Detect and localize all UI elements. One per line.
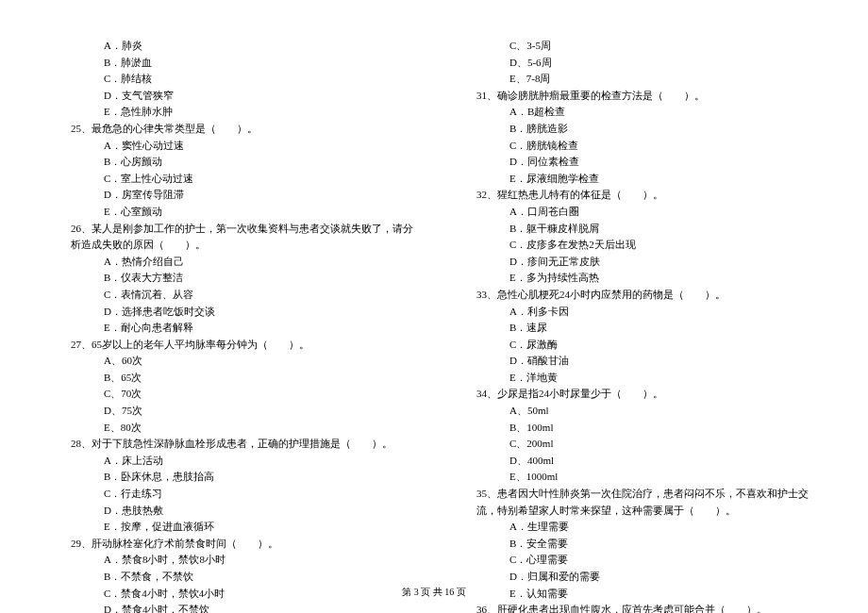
option: C、3-5周 (453, 38, 821, 55)
option: A．窦性心动过速 (47, 138, 415, 155)
option: A．生理需要 (453, 519, 821, 536)
option: B．速尿 (453, 320, 821, 337)
option: E．耐心向患者解释 (47, 320, 415, 337)
question-26: 26、某人是刚参加工作的护士，第一次收集资料与患者交谈就失败了，请分析造成失败的… (47, 221, 415, 254)
question-28: 28、对于下肢急性深静脉血栓形成患者，正确的护理措施是（ ）。 (47, 436, 415, 453)
option: D、400ml (453, 453, 821, 470)
option: C．室上性心动过速 (47, 171, 415, 188)
right-column: C、3-5周 D、5-6周 E、7-8周 31、确诊膀胱肿瘤最重要的检查方法是（… (453, 38, 821, 613)
option: C．尿激酶 (453, 337, 821, 354)
option: B．膀胱造影 (453, 121, 821, 138)
option: D、5-6周 (453, 55, 821, 72)
option: A、60次 (47, 353, 415, 370)
option: B．仪表大方整洁 (47, 270, 415, 287)
option: E、7-8周 (453, 71, 821, 88)
option: C．皮疹多在发热2天后出现 (453, 237, 821, 254)
option: C．膀胱镜检查 (453, 138, 821, 155)
option: B．躯干糠皮样脱屑 (453, 221, 821, 238)
option: C、70次 (47, 386, 415, 403)
option: E．急性肺水肿 (47, 104, 415, 121)
option: E．洋地黄 (453, 370, 821, 387)
option: D．归属和爱的需要 (453, 569, 821, 586)
option: B．卧床休息，患肢抬高 (47, 469, 415, 486)
question-32: 32、猩红热患儿特有的体征是（ ）。 (453, 187, 821, 204)
option: D．同位素检查 (453, 154, 821, 171)
option: D．禁食4小时，不禁饮 (47, 602, 415, 613)
option: C．肺结核 (47, 71, 415, 88)
option: B．不禁食，不禁饮 (47, 569, 415, 586)
question-27: 27、65岁以上的老年人平均脉率每分钟为（ ）。 (47, 337, 415, 354)
option: D．硝酸甘油 (453, 353, 821, 370)
question-34: 34、少尿是指24小时尿量少于（ ）。 (453, 386, 821, 403)
option: D．选择患者吃饭时交谈 (47, 304, 415, 321)
option: A．口周苍白圈 (453, 204, 821, 221)
page-footer: 第 3 页 共 16 页 (0, 586, 868, 599)
option: B．安全需要 (453, 536, 821, 553)
option: E、80次 (47, 420, 415, 437)
page-content: A．肺炎 B．肺淤血 C．肺结核 D．支气管狭窄 E．急性肺水肿 25、最危急的… (0, 0, 868, 613)
option: C．行走练习 (47, 486, 415, 503)
option: A．利多卡因 (453, 304, 821, 321)
question-33: 33、急性心肌梗死24小时内应禁用的药物是（ ）。 (453, 287, 821, 304)
option: C．心理需要 (453, 552, 821, 569)
left-column: A．肺炎 B．肺淤血 C．肺结核 D．支气管狭窄 E．急性肺水肿 25、最危急的… (47, 38, 415, 613)
option: E．尿液细胞学检查 (453, 171, 821, 188)
question-36: 36、肝硬化患者出现血性腹水，应首先考虑可能合并（ ）。 (453, 602, 821, 613)
option: B、65次 (47, 370, 415, 387)
option: D、75次 (47, 403, 415, 420)
option: B．肺淤血 (47, 55, 415, 72)
option: A、50ml (453, 403, 821, 420)
option: B、100ml (453, 420, 821, 437)
option: E．按摩，促进血液循环 (47, 519, 415, 536)
question-29: 29、肝动脉栓塞化疗术前禁食时间（ ）。 (47, 536, 415, 553)
option: D．支气管狭窄 (47, 88, 415, 105)
option: A．热情介绍自己 (47, 254, 415, 271)
option: C、200ml (453, 436, 821, 453)
option: A．床上活动 (47, 453, 415, 470)
question-31: 31、确诊膀胱肿瘤最重要的检查方法是（ ）。 (453, 88, 821, 105)
option: B．心房颤动 (47, 154, 415, 171)
question-35: 35、患者因大叶性肺炎第一次住院治疗，患者闷闷不乐，不喜欢和护士交流，特别希望家… (453, 486, 821, 519)
option: E．多为持续性高热 (453, 270, 821, 287)
question-25: 25、最危急的心律失常类型是（ ）。 (47, 121, 415, 138)
option: D．疹间无正常皮肤 (453, 254, 821, 271)
option: D．患肢热敷 (47, 503, 415, 520)
option: E．心室颤动 (47, 204, 415, 221)
option: A．肺炎 (47, 38, 415, 55)
option: E、1000ml (453, 469, 821, 486)
option: A．B超检查 (453, 104, 821, 121)
option: D．房室传导阻滞 (47, 187, 415, 204)
option: A．禁食8小时，禁饮8小时 (47, 552, 415, 569)
option: C．表情沉着、从容 (47, 287, 415, 304)
